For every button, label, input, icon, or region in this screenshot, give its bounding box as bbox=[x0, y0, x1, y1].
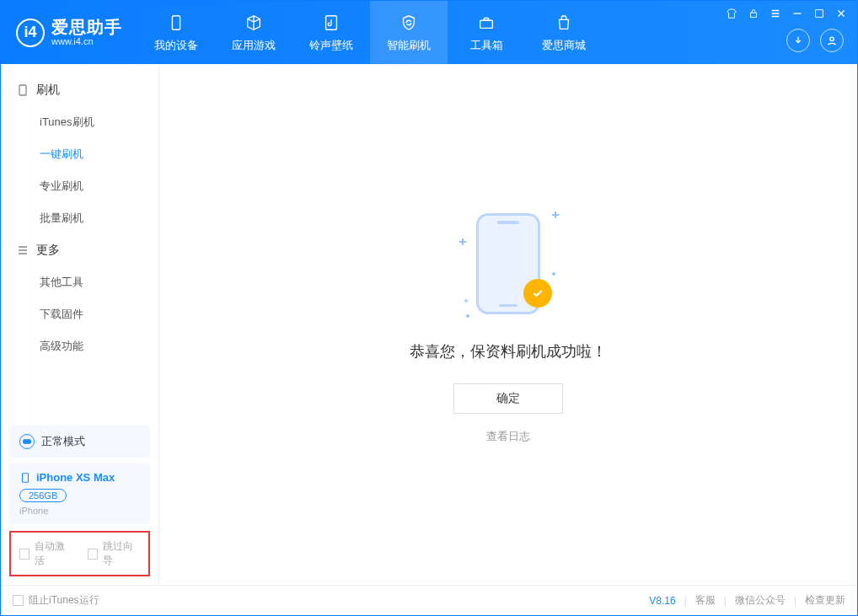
bag-icon bbox=[554, 13, 574, 33]
device-name: iPhone XS Max bbox=[36, 471, 115, 484]
cube-icon bbox=[244, 13, 264, 33]
minimize-icon[interactable] bbox=[791, 8, 803, 19]
toolbox-icon bbox=[476, 13, 496, 33]
sidebar-group-flash: 刷机 bbox=[1, 74, 158, 106]
nav-smart-flash[interactable]: 智能刷机 bbox=[370, 1, 448, 64]
phone-small-icon bbox=[16, 83, 29, 97]
svg-rect-2 bbox=[480, 20, 493, 28]
logo-icon: i4 bbox=[16, 19, 45, 47]
nav-apps-games[interactable]: 应用游戏 bbox=[215, 1, 292, 64]
mode-card[interactable]: 正常模式 bbox=[9, 426, 150, 458]
checkbox-block-itunes[interactable]: 阻止iTunes运行 bbox=[13, 593, 99, 608]
svg-rect-5 bbox=[816, 10, 823, 18]
success-message: 恭喜您，保资料刷机成功啦！ bbox=[410, 341, 607, 362]
mode-icon bbox=[19, 434, 35, 449]
body: 刷机 iTunes刷机 一键刷机 专业刷机 批量刷机 更多 其他工具 下载固件 … bbox=[1, 64, 857, 585]
device-storage-badge: 256GB bbox=[19, 489, 67, 502]
logo: i4 爱思助手 www.i4.cn bbox=[1, 1, 137, 64]
main-content: 恭喜您，保资料刷机成功啦！ 确定 查看日志 bbox=[159, 64, 857, 585]
nav-toolbox[interactable]: 工具箱 bbox=[448, 1, 525, 64]
svg-rect-3 bbox=[484, 18, 489, 20]
confirm-button[interactable]: 确定 bbox=[453, 383, 563, 414]
footer-link-support[interactable]: 客服 bbox=[695, 593, 716, 608]
sidebar-item-pro-flash[interactable]: 专业刷机 bbox=[1, 170, 158, 202]
sidebar-group-more: 更多 bbox=[1, 234, 158, 266]
sidebar-item-onekey-flash[interactable]: 一键刷机 bbox=[1, 138, 158, 170]
header-right bbox=[716, 1, 857, 64]
app-name: 爱思助手 bbox=[51, 18, 122, 36]
footer-link-wechat[interactable]: 微信公众号 bbox=[735, 593, 786, 608]
sidebar-item-batch-flash[interactable]: 批量刷机 bbox=[1, 202, 158, 234]
version-label: V8.16 bbox=[649, 595, 675, 607]
device-card[interactable]: iPhone XS Max 256GB iPhone bbox=[9, 463, 150, 524]
phone-icon bbox=[166, 13, 186, 33]
shirt-icon[interactable] bbox=[726, 8, 737, 19]
list-icon bbox=[16, 244, 29, 257]
footer-link-update[interactable]: 检查更新 bbox=[805, 593, 845, 608]
device-type: iPhone bbox=[19, 506, 140, 516]
view-log-link[interactable]: 查看日志 bbox=[486, 429, 530, 444]
checkbox-skip-guide[interactable]: 跳过向导 bbox=[88, 539, 141, 568]
top-nav: 我的设备 应用游戏 铃声壁纸 智能刷机 工具箱 爱思商城 bbox=[137, 1, 603, 64]
lock-icon[interactable] bbox=[748, 8, 759, 19]
nav-my-device[interactable]: 我的设备 bbox=[137, 1, 215, 64]
app-url: www.i4.cn bbox=[51, 36, 122, 46]
sidebar-item-advanced[interactable]: 高级功能 bbox=[1, 330, 158, 362]
music-file-icon bbox=[321, 13, 341, 33]
svg-rect-4 bbox=[751, 13, 757, 17]
sidebar-item-download-firmware[interactable]: 下载固件 bbox=[1, 298, 158, 330]
svg-point-6 bbox=[830, 37, 834, 40]
sidebar-item-other-tools[interactable]: 其他工具 bbox=[1, 266, 158, 298]
maximize-icon[interactable] bbox=[813, 8, 825, 19]
download-button[interactable] bbox=[786, 29, 810, 52]
svg-rect-7 bbox=[19, 85, 26, 95]
sidebar: 刷机 iTunes刷机 一键刷机 专业刷机 批量刷机 更多 其他工具 下载固件 … bbox=[1, 64, 159, 585]
svg-rect-0 bbox=[172, 15, 180, 29]
nav-ringtone-wallpaper[interactable]: 铃声壁纸 bbox=[292, 1, 370, 64]
header: i4 爱思助手 www.i4.cn 我的设备 应用游戏 铃声壁纸 智能刷机 bbox=[1, 1, 857, 64]
menu-icon[interactable] bbox=[770, 8, 781, 19]
app-window: i4 爱思助手 www.i4.cn 我的设备 应用游戏 铃声壁纸 智能刷机 bbox=[0, 0, 858, 616]
device-phone-icon bbox=[19, 472, 31, 484]
checkbox-auto-activate[interactable]: 自动激活 bbox=[19, 539, 72, 568]
check-badge-icon bbox=[523, 279, 552, 308]
refresh-shield-icon bbox=[399, 13, 419, 33]
svg-rect-8 bbox=[23, 473, 29, 482]
close-icon[interactable] bbox=[835, 8, 847, 19]
sidebar-item-itunes-flash[interactable]: iTunes刷机 bbox=[1, 106, 158, 138]
highlight-box: 自动激活 跳过向导 bbox=[9, 531, 150, 576]
window-controls bbox=[726, 8, 847, 19]
nav-store[interactable]: 爱思商城 bbox=[525, 1, 603, 64]
success-illustration bbox=[458, 205, 559, 323]
user-button[interactable] bbox=[820, 29, 844, 52]
footer: 阻止iTunes运行 V8.16 | 客服 | 微信公众号 | 检查更新 bbox=[1, 585, 857, 615]
